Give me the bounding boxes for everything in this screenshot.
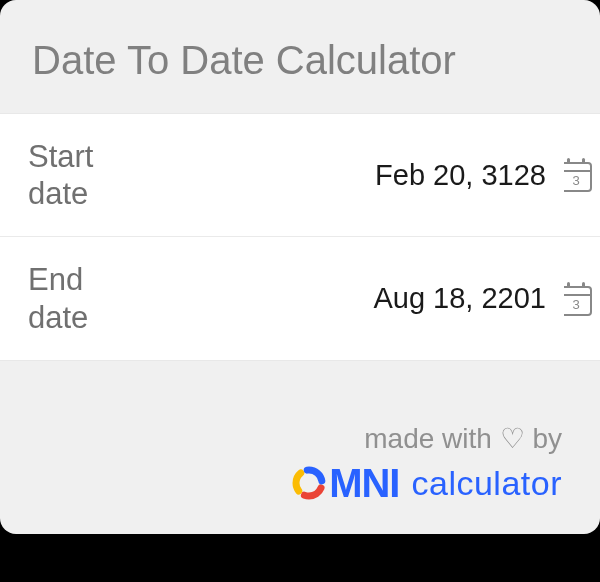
end-date-value[interactable]: Aug 18, 2201 — [143, 282, 564, 315]
start-date-picker-button[interactable]: 3 — [564, 158, 592, 192]
start-date-value[interactable]: Feb 20, 3128 — [143, 159, 564, 192]
end-date-label: End date — [28, 261, 143, 335]
calendar-icon: 3 — [564, 158, 592, 192]
calendar-icon: 3 — [564, 282, 592, 316]
made-with-text: made with ♡ by — [291, 422, 562, 455]
input-rows: Start date Feb 20, 3128 3 End date Aug 1… — [0, 113, 600, 361]
brand-name: MNI — [329, 461, 399, 506]
brand-suffix: calculator — [411, 464, 562, 503]
end-date-picker-button[interactable]: 3 — [564, 282, 592, 316]
brand-link[interactable]: MNI calculator — [291, 461, 562, 506]
footer: made with ♡ by MNI calculator — [291, 422, 562, 506]
end-date-row: End date Aug 18, 2201 3 — [0, 237, 600, 359]
start-date-label: Start date — [28, 138, 143, 212]
omni-o-icon — [291, 465, 327, 501]
start-date-row: Start date Feb 20, 3128 3 — [0, 114, 600, 237]
calculator-card: Date To Date Calculator Start date Feb 2… — [0, 0, 600, 534]
brand-logo: MNI — [291, 461, 399, 506]
page-title: Date To Date Calculator — [0, 0, 600, 113]
